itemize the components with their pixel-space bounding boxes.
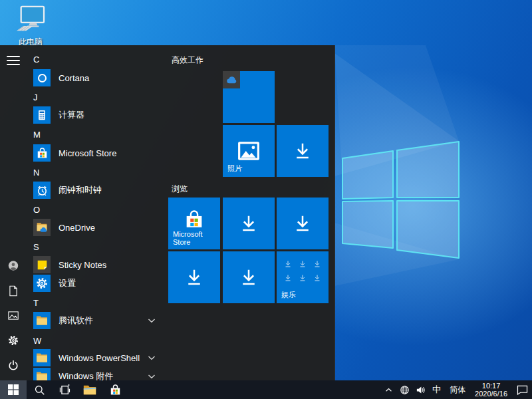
app-label: Sticky Notes <box>59 260 106 270</box>
clock-date: 2020/6/16 <box>475 390 507 398</box>
settings-rail-button[interactable] <box>8 335 19 346</box>
network-button[interactable] <box>396 380 412 399</box>
action-center-icon <box>517 385 528 395</box>
volume-button[interactable] <box>412 380 428 399</box>
clock-button[interactable]: 10:17 2020/6/16 <box>470 380 512 399</box>
ime-language-button[interactable]: 简体 <box>445 380 470 399</box>
alarm-clock-icon <box>33 182 51 199</box>
pictures-icon <box>8 311 19 320</box>
user-account-button[interactable] <box>8 260 19 271</box>
chevron-down-icon[interactable] <box>148 355 156 360</box>
tile-pending-download[interactable] <box>168 251 220 303</box>
app-item-cortana[interactable]: Cortana <box>33 69 89 86</box>
app-list-letter[interactable]: C <box>33 55 53 65</box>
chevron-down-icon[interactable] <box>148 318 156 323</box>
folder-icon <box>33 312 51 329</box>
desktop-icon-this-pc[interactable]: 此电脑 <box>8 5 53 47</box>
search-icon <box>34 384 45 396</box>
sticky-notes-icon <box>33 256 51 273</box>
chevron-down-icon[interactable] <box>148 374 156 379</box>
app-folder-powershell[interactable]: Windows PowerShell <box>33 349 140 366</box>
tile-group-title[interactable]: 浏览 <box>172 184 188 195</box>
tile-label: 照片 <box>227 164 242 174</box>
app-folder-tencent[interactable]: 腾讯软件 <box>33 312 93 329</box>
pictures-button[interactable] <box>8 310 19 321</box>
app-label: 腾讯软件 <box>59 315 93 327</box>
ime-mode-button[interactable]: 中 <box>428 380 445 399</box>
tile-pending-download[interactable] <box>277 125 329 177</box>
download-arrow-icon <box>277 198 329 249</box>
folder-tile-previews <box>281 257 325 285</box>
cortana-icon <box>33 69 51 86</box>
app-item-microsoft-store[interactable]: Microsoft Store <box>33 144 116 162</box>
speaker-icon <box>416 385 426 395</box>
tile-group-title[interactable]: 高效工作 <box>172 55 203 66</box>
app-item-sticky-notes[interactable]: Sticky Notes <box>33 256 106 273</box>
hidden-icons-button[interactable] <box>380 380 396 399</box>
document-icon <box>9 285 18 297</box>
clock-time: 10:17 <box>475 382 507 390</box>
app-list-letter[interactable]: T <box>33 298 53 308</box>
onedrive-cloud-badge <box>223 71 240 88</box>
app-list-letter[interactable]: M <box>33 130 53 140</box>
user-icon <box>8 260 19 271</box>
tile-label: Microsoft Store <box>173 230 220 246</box>
tile-folder-entertainment[interactable]: 娱乐 <box>277 251 329 303</box>
action-center-button[interactable] <box>512 380 532 399</box>
documents-button[interactable] <box>8 285 19 296</box>
system-tray: 中 简体 10:17 2020/6/16 <box>380 380 532 399</box>
app-label: Microsoft Store <box>59 148 116 158</box>
task-view-icon <box>59 384 70 396</box>
app-list-letter[interactable]: S <box>33 242 53 252</box>
tile-pending-download[interactable] <box>277 198 329 249</box>
windows-start-icon <box>8 384 19 395</box>
app-list-letter[interactable]: W <box>33 336 53 346</box>
app-list-letter[interactable]: O <box>33 205 53 215</box>
store-bag-icon <box>109 384 122 396</box>
download-arrow-icon <box>168 251 220 303</box>
taskbar: 中 简体 10:17 2020/6/16 <box>0 380 532 399</box>
app-item-alarms-clock[interactable]: 闹钟和时钟 <box>33 182 102 199</box>
download-arrow-icon <box>277 125 329 177</box>
windows-logo <box>342 142 459 258</box>
file-explorer-icon <box>83 384 96 396</box>
start-button[interactable] <box>0 380 27 399</box>
network-globe-icon <box>400 385 410 395</box>
app-item-settings[interactable]: 设置 <box>33 275 76 292</box>
app-label: 闹钟和时钟 <box>59 184 102 196</box>
settings-icon <box>33 275 51 292</box>
calculator-icon <box>33 106 51 124</box>
app-label: 设置 <box>59 277 76 289</box>
app-list-letter[interactable]: N <box>33 168 53 178</box>
chevron-up-icon <box>385 388 392 392</box>
tile-photos[interactable]: 照片 <box>223 125 275 177</box>
taskbar-store-button[interactable] <box>102 380 128 399</box>
app-label: 计算器 <box>59 109 84 121</box>
app-item-onedrive[interactable]: OneDrive <box>33 219 95 236</box>
task-view-button[interactable] <box>52 380 77 399</box>
app-label: Cortana <box>59 73 89 83</box>
this-pc-icon <box>15 5 46 33</box>
power-button[interactable] <box>8 360 19 370</box>
onedrive-icon <box>33 219 51 236</box>
tile-pending-download[interactable] <box>223 251 275 303</box>
download-arrow-icon <box>223 251 275 303</box>
tile-onedrive[interactable] <box>223 71 275 123</box>
app-item-calculator[interactable]: 计算器 <box>33 106 84 124</box>
power-icon <box>8 360 19 370</box>
tile-microsoft-store[interactable]: Microsoft Store <box>168 198 220 249</box>
download-arrow-icon <box>223 198 275 249</box>
start-menu: C Cortana J 计算器 M Microsoft Store <box>0 45 335 380</box>
taskbar-search-button[interactable] <box>27 380 52 399</box>
tile-label: 娱乐 <box>281 290 296 300</box>
app-list-letter[interactable]: J <box>33 92 53 102</box>
gear-icon <box>8 335 19 346</box>
folder-icon <box>33 349 51 366</box>
menu-expand-button[interactable] <box>7 56 20 65</box>
tile-pending-download[interactable] <box>223 198 275 249</box>
file-explorer-button[interactable] <box>77 380 102 399</box>
store-icon <box>33 144 51 162</box>
ime-language-label: 简体 <box>450 384 466 396</box>
ime-mode-label: 中 <box>432 384 441 396</box>
app-label: Windows PowerShell <box>59 353 140 363</box>
